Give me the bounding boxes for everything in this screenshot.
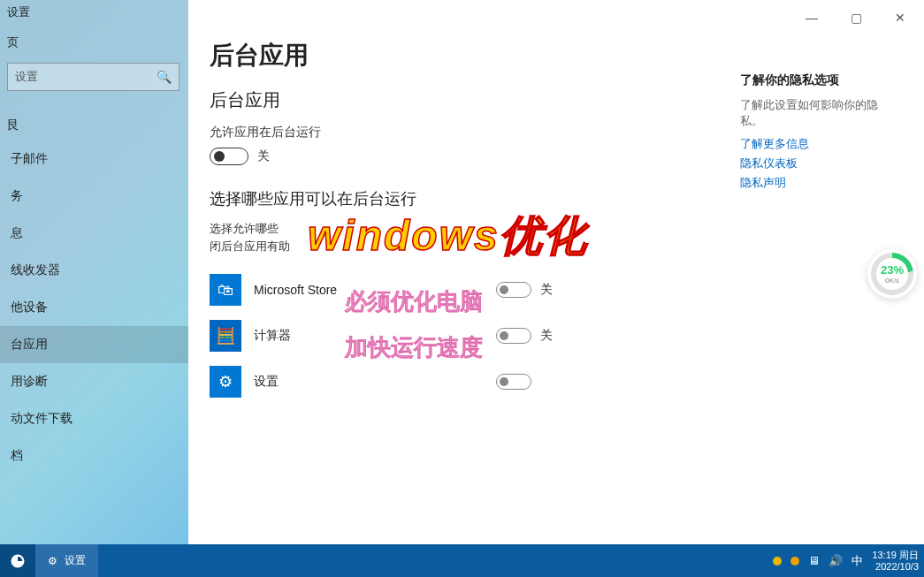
choose-desc: 选择允许哪些 闭后台应用有助 bbox=[210, 220, 634, 254]
app-row: 🧮 计算器 关 bbox=[210, 313, 903, 359]
sidebar-item[interactable]: 息 bbox=[0, 215, 188, 252]
allow-bg-toggle[interactable] bbox=[210, 148, 248, 165]
sidebar-item[interactable]: 子邮件 bbox=[0, 140, 188, 178]
search-input[interactable]: 设置 🔍 bbox=[7, 63, 179, 91]
close-button[interactable]: ✕ bbox=[883, 5, 917, 30]
sidebar-item[interactable]: 他设备 bbox=[0, 289, 188, 326]
taskbar-clock[interactable]: 13:19 周日 2022/10/3 bbox=[872, 550, 919, 571]
taskbar: ⚙ 设置 🖥 🔊 中 13:19 周日 2022/10/3 bbox=[0, 544, 924, 577]
app-row: ⚙ 设置 bbox=[210, 359, 903, 405]
privacy-heading: 了解你的隐私选项 bbox=[740, 72, 899, 88]
app-row: 🛍 Microsoft Store 关 bbox=[210, 267, 903, 313]
privacy-link-more[interactable]: 了解更多信息 bbox=[740, 136, 899, 152]
sidebar-section-label: 艮 bbox=[0, 100, 188, 140]
privacy-panel: 了解你的隐私选项 了解此设置如何影响你的隐私。 了解更多信息 隐私仪表板 隐私声… bbox=[740, 72, 899, 194]
taskbar-app-settings[interactable]: ⚙ 设置 bbox=[35, 544, 98, 577]
gear-icon: ⚙ bbox=[48, 555, 57, 567]
window-title: 设置 bbox=[0, 4, 188, 26]
start-button[interactable] bbox=[0, 544, 35, 577]
window-controls: — ▢ ✕ bbox=[795, 5, 917, 30]
performance-badge[interactable]: 23% 0K/s bbox=[867, 249, 917, 299]
sidebar-item[interactable]: 动文件下载 bbox=[0, 400, 188, 437]
search-icon: 🔍 bbox=[157, 70, 172, 84]
calc-icon: 🧮 bbox=[210, 320, 241, 352]
start-icon bbox=[10, 553, 26, 569]
sidebar-item[interactable]: 台应用 bbox=[0, 326, 188, 363]
app-toggle[interactable] bbox=[496, 374, 531, 390]
tray-volume-icon[interactable]: 🔊 bbox=[829, 554, 843, 567]
main-content: — ▢ ✕ 后台应用 后台应用 允许应用在后台运行 关 选择哪些应用可以在后台运… bbox=[188, 0, 924, 544]
taskbar-app-label: 设置 bbox=[65, 553, 86, 568]
sidebar-home[interactable]: 页 bbox=[0, 26, 188, 59]
settings-sidebar: 设置 页 设置 🔍 艮 子邮件务息线收发器他设备台应用用诊断动文件下载档 bbox=[0, 0, 188, 544]
app-name: 设置 bbox=[254, 374, 413, 390]
sidebar-item[interactable]: 档 bbox=[0, 437, 188, 475]
minimize-button[interactable]: — bbox=[795, 5, 829, 30]
privacy-link-dashboard[interactable]: 隐私仪表板 bbox=[740, 156, 899, 171]
app-toggle-state: 关 bbox=[540, 328, 553, 344]
page-title: 后台应用 bbox=[210, 39, 903, 72]
sidebar-item[interactable]: 务 bbox=[0, 178, 188, 215]
app-name: Microsoft Store bbox=[254, 283, 413, 297]
maximize-button[interactable]: ▢ bbox=[839, 5, 873, 30]
app-name: 计算器 bbox=[254, 328, 413, 344]
settings-icon: ⚙ bbox=[210, 366, 241, 398]
app-toggle[interactable] bbox=[496, 282, 531, 298]
privacy-link-statement[interactable]: 隐私声明 bbox=[740, 175, 899, 191]
perf-speed: 0K/s bbox=[885, 277, 899, 285]
sidebar-item[interactable]: 用诊断 bbox=[0, 363, 188, 400]
tray-ime[interactable]: 中 bbox=[851, 553, 863, 569]
store-icon: 🛍 bbox=[210, 274, 241, 306]
app-toggle[interactable] bbox=[496, 328, 531, 344]
sidebar-item[interactable]: 线收发器 bbox=[0, 252, 188, 289]
search-placeholder: 设置 bbox=[15, 69, 38, 85]
perf-percent: 23% bbox=[881, 263, 904, 277]
tray-network-icon[interactable]: 🖥 bbox=[808, 554, 820, 567]
allow-bg-state: 关 bbox=[257, 148, 270, 164]
privacy-desc: 了解此设置如何影响你的隐私。 bbox=[740, 97, 899, 129]
app-toggle-state: 关 bbox=[540, 282, 553, 298]
tray-icon-1[interactable] bbox=[773, 557, 782, 566]
tray-icon-2[interactable] bbox=[790, 557, 799, 566]
